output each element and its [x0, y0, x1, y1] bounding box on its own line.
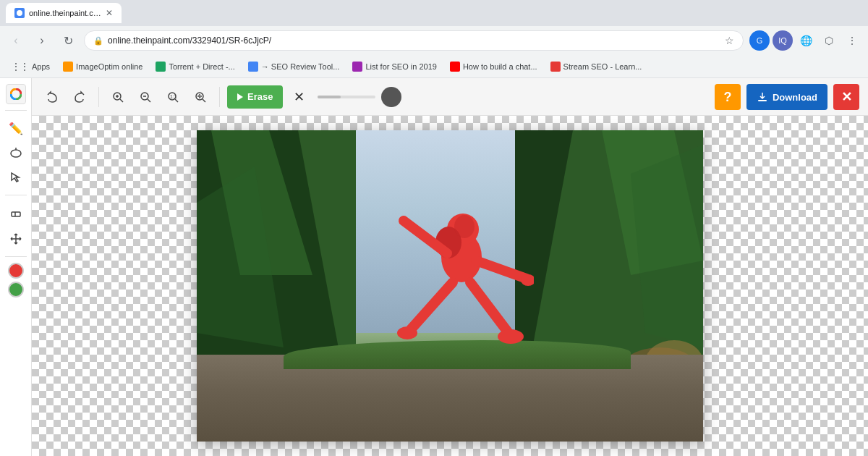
zoom-fit-button[interactable]: 1:1 — [161, 85, 184, 109]
move-tool-button[interactable] — [4, 227, 27, 250]
toolbar-separator-2 — [219, 87, 220, 107]
browser-chrome: online.theinpaint.com ✕ ‹ › ↻ 🔒 online.t… — [0, 0, 868, 78]
apps-grid-icon: ⋮⋮ — [12, 62, 29, 72]
play-icon — [237, 93, 243, 101]
stream-favicon — [550, 62, 561, 72]
select-tool-button[interactable] — [4, 166, 27, 189]
brush-size-control — [318, 87, 401, 107]
bookmark-apps[interactable]: ⋮⋮ Apps — [6, 58, 56, 75]
bookmark-howto-label: How to build a chat... — [463, 62, 537, 71]
seo-favicon — [248, 62, 258, 72]
sky-water — [327, 130, 544, 333]
bookmark-torrent[interactable]: Torrent + Direct -... — [150, 58, 240, 75]
drawing-tools: ✏️ — [4, 117, 27, 189]
close-app-button[interactable]: ✕ — [833, 84, 859, 110]
url-text: online.theinpaint.com/3329401/SR-6cJjcP/ — [108, 35, 720, 46]
erase-button[interactable]: Erase — [227, 85, 283, 109]
toolbar-divider-2 — [5, 195, 27, 195]
bookmark-stream-label: Stream SEO - Learn... — [563, 62, 642, 71]
svg-line-7 — [120, 99, 123, 102]
svg-point-0 — [17, 10, 22, 16]
app-content: ✏️ — [0, 78, 868, 456]
bookmark-imageoptim-label: ImageOptim online — [76, 62, 142, 71]
bookmark-star-icon[interactable]: ☆ — [725, 35, 734, 46]
lasso-tool-button[interactable] — [4, 141, 27, 164]
address-bar-row: ‹ › ↻ 🔒 online.theinpaint.com/3329401/SR… — [0, 26, 868, 55]
eraser-tool-button[interactable] — [4, 201, 27, 224]
menu-button[interactable]: ⋮ — [842, 30, 862, 51]
back-button[interactable]: ‹ — [6, 30, 26, 51]
svg-rect-4 — [12, 212, 20, 216]
tab-bar: online.theinpaint.com ✕ — [0, 0, 868, 26]
top-toolbar: 1:1 Erase ✕ — [32, 78, 868, 116]
background-scene — [197, 130, 703, 442]
erase-button-label: Erase — [247, 91, 273, 102]
list-favicon — [352, 62, 362, 72]
bookmark-seo-label: → SEO Review Tool... — [261, 62, 340, 71]
help-button[interactable]: ? — [715, 84, 741, 110]
main-area: 1:1 Erase ✕ — [32, 78, 868, 456]
redo-button[interactable] — [68, 85, 91, 109]
account-button[interactable]: G — [749, 30, 770, 51]
bookmark-howto[interactable]: How to build a chat... — [444, 58, 543, 75]
toolbar-divider-3 — [5, 256, 27, 257]
left-toolbar: ✏️ — [0, 78, 32, 456]
zoom-100-button[interactable] — [189, 85, 212, 109]
forward-button[interactable]: › — [32, 30, 52, 51]
background-color[interactable] — [8, 282, 24, 297]
address-bar[interactable]: 🔒 online.theinpaint.com/3329401/SR-6cJjc… — [84, 30, 744, 51]
bookmarks-bar: ⋮⋮ Apps ImageOptim online Torrent + Dire… — [0, 55, 868, 78]
help-label: ? — [723, 90, 731, 105]
svg-line-11 — [148, 99, 150, 102]
bookmark-imageoptim[interactable]: ImageOptim online — [57, 58, 148, 75]
cancel-button[interactable]: ✕ — [287, 85, 310, 109]
svg-line-14 — [175, 99, 178, 102]
zoom-in-button[interactable] — [106, 85, 129, 109]
bookmark-apps-label: Apps — [32, 62, 50, 71]
bookmark-stream[interactable]: Stream SEO - Learn... — [545, 58, 648, 75]
browser-actions: G IQ 🌐 ⬡ ⋮ — [749, 30, 862, 51]
svg-rect-21 — [758, 100, 767, 101]
main-image — [197, 130, 703, 442]
extensions-button[interactable]: ⬡ — [819, 30, 839, 51]
bookmark-seo[interactable]: → SEO Review Tool... — [242, 58, 346, 75]
zoom-out-button[interactable] — [134, 85, 157, 109]
tab-label: online.theinpaint.com — [29, 9, 101, 17]
imageoptim-favicon — [63, 62, 73, 72]
toolbar-separator-1 — [98, 87, 99, 107]
download-label: Download — [773, 92, 817, 103]
active-tab[interactable]: online.theinpaint.com ✕ — [6, 3, 122, 23]
svg-text:1:1: 1:1 — [170, 94, 177, 99]
right-actions: ? Download ✕ — [715, 84, 859, 110]
youtube-favicon — [450, 62, 460, 72]
brush-slider-track — [318, 96, 341, 98]
foreground-color[interactable] — [8, 263, 24, 279]
svg-point-2 — [11, 150, 21, 157]
bookmark-list[interactable]: List for SEO in 2019 — [346, 58, 442, 75]
toolbar-divider-1 — [5, 110, 27, 111]
bookmark-torrent-label: Torrent + Direct -... — [169, 62, 234, 71]
brush-slider[interactable] — [318, 96, 375, 98]
tab-close-icon[interactable]: ✕ — [106, 8, 113, 18]
brush-tool-button[interactable]: ✏️ — [4, 117, 27, 140]
lock-icon: 🔒 — [93, 36, 103, 46]
iq-button[interactable]: IQ — [773, 30, 793, 51]
color-palette-button[interactable] — [6, 84, 26, 104]
translate-button[interactable]: 🌐 — [796, 30, 816, 51]
svg-line-17 — [203, 99, 205, 102]
undo-button[interactable] — [41, 85, 64, 109]
torrent-favicon — [156, 62, 166, 72]
download-icon — [757, 91, 768, 103]
download-button[interactable]: Download — [746, 84, 827, 110]
canvas-area[interactable] — [32, 116, 868, 456]
tab-favicon — [14, 8, 25, 18]
bookmark-list-label: List for SEO in 2019 — [365, 62, 436, 71]
brush-preview — [381, 87, 401, 107]
reload-button[interactable]: ↻ — [58, 30, 78, 51]
